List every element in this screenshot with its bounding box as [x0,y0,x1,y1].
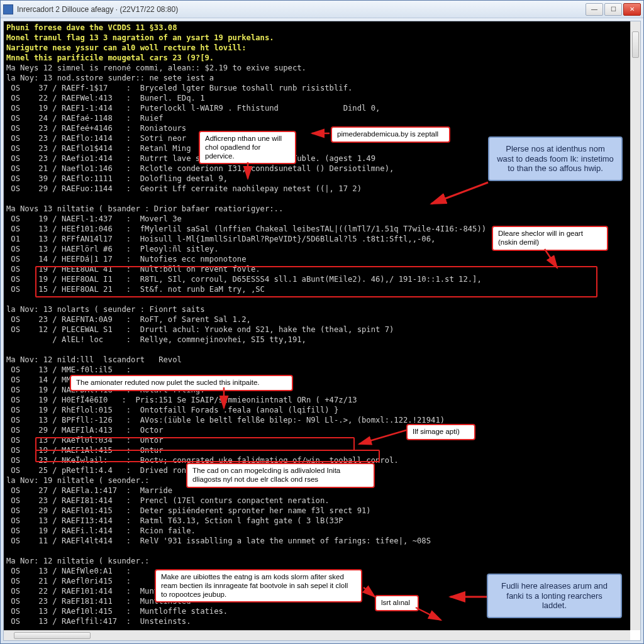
vertical-scrollbar[interactable] [630,21,640,630]
console-output: Phuni forese dave the VCDDS 11 §33.08 Mo… [4,21,630,630]
minimize-button[interactable]: — [586,3,603,16]
close-button[interactable]: ✕ [623,3,641,16]
window-buttons: — ☐ ✕ [586,3,641,16]
titlebar: Inrercadort 2 Dillouce afeagy · (22V17/2… [1,1,643,18]
app-icon [3,4,13,14]
maximize-button[interactable]: ☐ [604,3,622,16]
console-viewport: Phuni forese dave the VCDDS 11 §33.08 Mo… [4,21,630,630]
horizontal-scrollbar[interactable] [4,630,630,640]
window-title: Inrercadort 2 Dillouce afeagy · (22V17/2… [17,5,586,14]
app-window: Inrercadort 2 Dillouce afeagy · (22V17/2… [0,0,644,644]
client-area: Phuni forese dave the VCDDS 11 §33.08 Mo… [3,21,641,641]
